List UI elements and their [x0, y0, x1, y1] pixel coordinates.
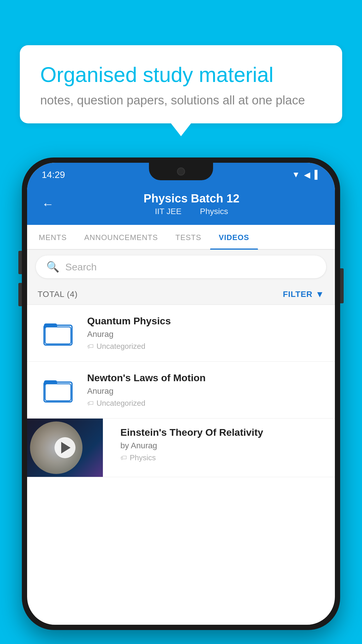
- video-thumbnail-1: [38, 317, 78, 349]
- filter-funnel-icon: ▼: [315, 289, 324, 299]
- play-triangle: [61, 442, 71, 454]
- tag-icon-1: 🏷: [87, 343, 94, 350]
- battery-icon: ▌: [314, 170, 320, 179]
- tab-ments[interactable]: MENTS: [30, 225, 75, 249]
- search-icon: 🔍: [46, 261, 59, 273]
- video-thumbnail-3: [27, 419, 103, 477]
- video-item-info-1: Quantum Physics Anurag 🏷 Uncategorized: [87, 315, 324, 351]
- folder-icon: [43, 377, 73, 403]
- video-item-info-3: Einstein's Theory Of Relativity by Anura…: [112, 419, 335, 470]
- header-subject: IIT JEE: [155, 207, 181, 216]
- search-container: 🔍 Search: [27, 250, 335, 284]
- signal-icon: ◀: [304, 170, 310, 180]
- speech-bubble-title: Organised study material: [40, 63, 322, 87]
- list-item[interactable]: Quantum Physics Anurag 🏷 Uncategorized: [27, 305, 335, 362]
- header-title: Physics Batch 12: [63, 192, 320, 205]
- header-subtitle: IIT JEE Physics: [63, 207, 320, 216]
- list-item[interactable]: Einstein's Theory Of Relativity by Anura…: [27, 419, 335, 477]
- video-list: Quantum Physics Anurag 🏷 Uncategorized: [27, 305, 335, 477]
- tab-tests[interactable]: TESTS: [167, 225, 210, 249]
- search-input-wrapper[interactable]: 🔍 Search: [36, 256, 326, 278]
- filter-button[interactable]: FILTER ▼: [283, 289, 324, 299]
- header-title-block: Physics Batch 12 IIT JEE Physics: [63, 192, 320, 216]
- svg-rect-5: [45, 384, 71, 401]
- video-author-2: Anurag: [87, 386, 324, 396]
- filter-row: TOTAL (4) FILTER ▼: [27, 284, 335, 305]
- side-button-volume-down: [18, 283, 22, 306]
- video-author-3: by Anurag: [120, 441, 326, 450]
- tabs-bar: MENTS ANNOUNCEMENTS TESTS VIDEOS: [27, 225, 335, 250]
- tag-icon-3: 🏷: [120, 454, 127, 462]
- tag-label-3: Physics: [130, 453, 156, 462]
- svg-rect-2: [45, 327, 71, 344]
- phone-notch: [149, 163, 213, 180]
- status-icons: ▼ ◀ ▌: [292, 170, 320, 180]
- tag-label-2: Uncategorized: [96, 399, 145, 408]
- tag-label-1: Uncategorized: [96, 342, 145, 351]
- video-tag-1: 🏷 Uncategorized: [87, 342, 324, 351]
- video-tag-2: 🏷 Uncategorized: [87, 399, 324, 408]
- filter-label: FILTER: [283, 290, 312, 299]
- wifi-icon: ▼: [292, 170, 300, 179]
- speech-bubble-container: Organised study material notes, question…: [20, 45, 342, 123]
- phone-container: 14:29 ▼ ◀ ▌ ← Physics Batch 12 IIT JEE P…: [22, 158, 340, 630]
- list-item[interactable]: Newton's Laws of Motion Anurag 🏷 Uncateg…: [27, 362, 335, 419]
- phone-screen: 14:29 ▼ ◀ ▌ ← Physics Batch 12 IIT JEE P…: [27, 163, 335, 625]
- video-title-1: Quantum Physics: [87, 315, 324, 327]
- play-button-icon[interactable]: [55, 437, 75, 458]
- total-count-label: TOTAL (4): [38, 290, 78, 299]
- status-time: 14:29: [42, 169, 65, 180]
- video-item-info-2: Newton's Laws of Motion Anurag 🏷 Uncateg…: [87, 372, 324, 408]
- front-camera: [177, 167, 185, 176]
- tab-videos[interactable]: VIDEOS: [210, 225, 258, 249]
- video-title-3: Einstein's Theory Of Relativity: [120, 427, 326, 438]
- side-button-volume-up: [18, 251, 22, 274]
- speech-bubble-subtitle: notes, question papers, solutions all at…: [40, 93, 322, 107]
- video-author-1: Anurag: [87, 330, 324, 339]
- app-header: ← Physics Batch 12 IIT JEE Physics: [27, 184, 335, 225]
- header-topic: Physics: [200, 207, 228, 216]
- header-separator: [190, 207, 194, 216]
- video-title-2: Newton's Laws of Motion: [87, 372, 324, 384]
- folder-icon: [43, 320, 73, 346]
- tag-icon-2: 🏷: [87, 400, 94, 407]
- search-placeholder-text: Search: [65, 261, 97, 273]
- phone-outer: 14:29 ▼ ◀ ▌ ← Physics Batch 12 IIT JEE P…: [22, 158, 340, 630]
- side-button-power: [340, 268, 344, 303]
- tab-announcements[interactable]: ANNOUNCEMENTS: [75, 225, 167, 249]
- video-thumbnail-2: [38, 374, 78, 406]
- video-tag-3: 🏷 Physics: [120, 453, 326, 462]
- speech-bubble: Organised study material notes, question…: [20, 45, 342, 123]
- back-button[interactable]: ←: [42, 197, 54, 211]
